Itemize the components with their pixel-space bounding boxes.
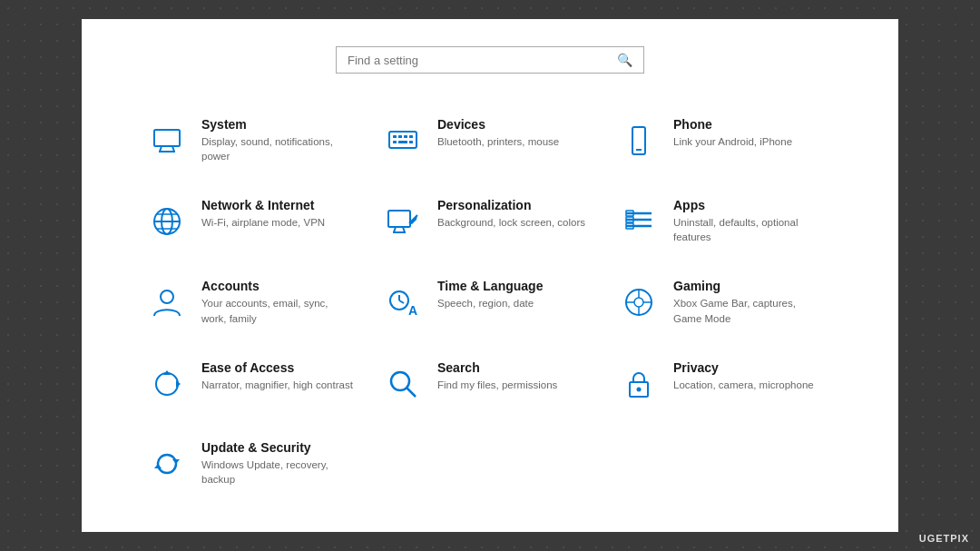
watermark: UGETPIX <box>919 533 969 544</box>
gaming-title: Gaming <box>673 279 826 293</box>
personalization-icon <box>381 200 425 243</box>
search-text: SearchFind my files, permissions <box>437 360 557 392</box>
ease-title: Ease of Access <box>201 360 353 375</box>
devices-icon <box>381 119 425 162</box>
phone-icon <box>617 119 661 162</box>
network-title: Network & Internet <box>201 198 325 212</box>
apps-title: Apps <box>673 198 826 212</box>
ease-icon <box>145 362 189 406</box>
apps-text: AppsUninstall, defaults, optional featur… <box>673 198 826 244</box>
accounts-title: Accounts <box>201 279 354 293</box>
system-text: SystemDisplay, sound, notifications, pow… <box>201 117 354 163</box>
privacy-icon <box>617 362 661 406</box>
devices-text: DevicesBluetooth, printers, mouse <box>437 117 559 149</box>
apps-desc: Uninstall, defaults, optional features <box>673 215 826 244</box>
network-desc: Wi-Fi, airplane mode, VPN <box>201 215 325 230</box>
setting-item-ease[interactable]: Ease of AccessNarrator, magnifier, high … <box>136 344 372 424</box>
phone-title: Phone <box>673 117 792 132</box>
gaming-desc: Xbox Game Bar, captures, Game Mode <box>673 296 826 325</box>
setting-item-time[interactable]: Time & LanguageSpeech, region, date <box>372 262 608 343</box>
devices-title: Devices <box>437 117 559 132</box>
privacy-desc: Location, camera, microphone <box>673 378 814 392</box>
setting-item-phone[interactable]: PhoneLink your Android, iPhone <box>608 101 844 182</box>
setting-item-gaming[interactable]: GamingXbox Game Bar, captures, Game Mode <box>608 262 844 343</box>
settings-grid: SystemDisplay, sound, notifications, pow… <box>136 101 844 505</box>
setting-item-apps[interactable]: AppsUninstall, defaults, optional featur… <box>608 182 844 262</box>
setting-item-accounts[interactable]: AccountsYour accounts, email, sync, work… <box>136 262 372 343</box>
apps-icon <box>617 200 661 243</box>
update-text: Update & SecurityWindows Update, recover… <box>201 440 354 487</box>
network-icon <box>145 200 189 243</box>
personalization-desc: Background, lock screen, colors <box>437 215 585 230</box>
system-icon <box>145 119 189 162</box>
search-desc: Find my files, permissions <box>437 378 557 392</box>
network-text: Network & InternetWi-Fi, airplane mode, … <box>201 198 325 230</box>
time-desc: Speech, region, date <box>437 296 543 310</box>
system-title: System <box>201 117 354 132</box>
accounts-text: AccountsYour accounts, email, sync, work… <box>201 279 354 325</box>
devices-desc: Bluetooth, printers, mouse <box>437 134 559 149</box>
setting-item-privacy[interactable]: PrivacyLocation, camera, microphone <box>608 344 844 424</box>
search-icon: 🔍 <box>617 53 632 67</box>
accounts-desc: Your accounts, email, sync, work, family <box>201 296 354 325</box>
setting-item-devices[interactable]: DevicesBluetooth, printers, mouse <box>372 101 608 182</box>
time-icon <box>381 280 425 324</box>
personalization-title: Personalization <box>437 198 585 212</box>
phone-desc: Link your Android, iPhone <box>673 134 792 149</box>
accounts-icon <box>145 280 189 324</box>
gaming-icon <box>617 280 661 324</box>
phone-text: PhoneLink your Android, iPhone <box>673 117 792 149</box>
ease-text: Ease of AccessNarrator, magnifier, high … <box>201 360 353 392</box>
gaming-text: GamingXbox Game Bar, captures, Game Mode <box>673 279 826 325</box>
ease-desc: Narrator, magnifier, high contrast <box>201 378 353 392</box>
setting-item-network[interactable]: Network & InternetWi-Fi, airplane mode, … <box>136 182 372 262</box>
settings-window: 🔍 SystemDisplay, sound, notifications, p… <box>82 19 898 532</box>
update-icon <box>145 442 189 486</box>
system-desc: Display, sound, notifications, power <box>201 134 354 163</box>
time-title: Time & Language <box>437 279 543 293</box>
update-title: Update & Security <box>201 440 354 455</box>
search-bar[interactable]: 🔍 <box>336 46 644 74</box>
search-input[interactable] <box>348 54 617 67</box>
setting-item-search[interactable]: SearchFind my files, permissions <box>372 344 608 424</box>
search-title: Search <box>437 360 557 375</box>
privacy-title: Privacy <box>673 360 814 375</box>
search-bar-container: 🔍 <box>336 46 644 74</box>
update-desc: Windows Update, recovery, backup <box>201 458 354 487</box>
setting-item-update[interactable]: Update & SecurityWindows Update, recover… <box>136 424 372 505</box>
time-text: Time & LanguageSpeech, region, date <box>437 279 543 310</box>
search-icon <box>381 362 425 406</box>
privacy-text: PrivacyLocation, camera, microphone <box>673 360 814 392</box>
personalization-text: PersonalizationBackground, lock screen, … <box>437 198 585 230</box>
setting-item-system[interactable]: SystemDisplay, sound, notifications, pow… <box>136 101 372 182</box>
setting-item-personalization[interactable]: PersonalizationBackground, lock screen, … <box>372 182 608 262</box>
